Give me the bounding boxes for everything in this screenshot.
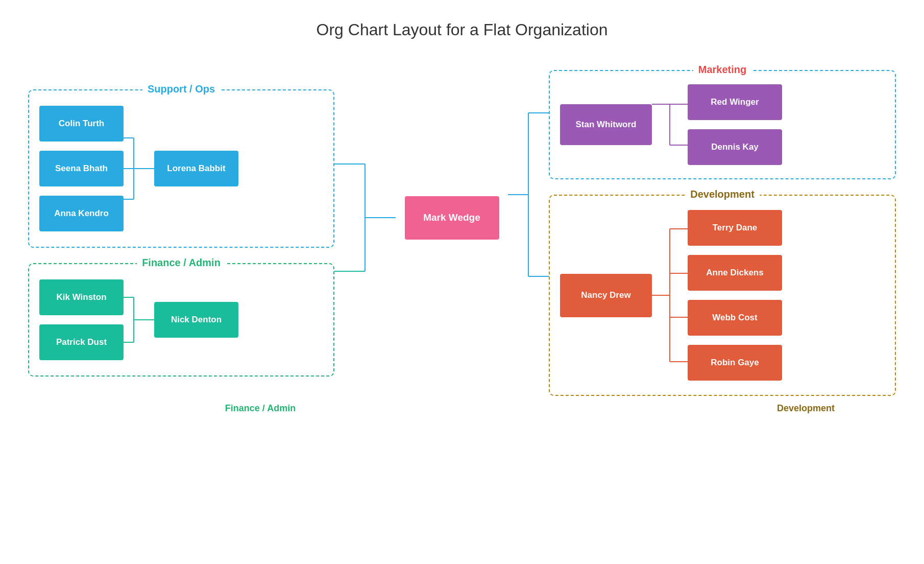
node-red-winger: Red Winger (688, 84, 782, 120)
support-inner-connector (124, 120, 154, 217)
center-section: Mark Wedge (396, 196, 508, 240)
support-right-node: Lorena Babbit (154, 151, 238, 186)
node-robin-gaye: Robin Gaye (688, 345, 782, 381)
marketing-inner-connector (652, 84, 688, 166)
node-nick-denton: Nick Denton (154, 302, 238, 338)
development-right-nodes: Terry Dane Anne Dickens Webb Cost Robin … (688, 210, 782, 381)
node-anne-dickens: Anne Dickens (688, 255, 782, 291)
node-anna-kendro: Anna Kendro (39, 196, 124, 231)
node-lorena-babbit: Lorena Babbit (154, 151, 238, 186)
support-left-nodes: Colin Turth Seena Bhath Anna Kendro (39, 106, 124, 231)
node-dennis-kay: Dennis Kay (688, 129, 782, 165)
node-colin-turth: Colin Turth (39, 106, 124, 142)
node-terry-dane: Terry Dane (688, 210, 782, 246)
node-nancy-drew: Nancy Drew (560, 274, 652, 317)
finance-group-label: Finance / Admin (137, 257, 226, 269)
node-seena-bhath: Seena Bhath (39, 151, 124, 186)
finance-inner-connector (124, 279, 154, 360)
development-bottom-label: Development (777, 403, 835, 414)
node-stan-whitword: Stan Whitword (560, 104, 652, 145)
node-mark-wedge: Mark Wedge (405, 196, 499, 240)
left-section: Support / Ops Colin Turth Seena Bhath An… (28, 89, 334, 377)
support-group: Support / Ops Colin Turth Seena Bhath An… (28, 89, 334, 248)
development-inner: Nancy Drew Terry Dane Anne Dickens Webb … (560, 208, 882, 382)
finance-bottom-label: Finance / Admin (186, 403, 334, 414)
bottom-labels: Finance / Admin Development (28, 403, 896, 414)
finance-group: Finance / Admin Kik Winston Patrick Dust… (28, 263, 334, 377)
support-group-label: Support / Ops (142, 83, 220, 95)
development-inner-connector (652, 208, 688, 382)
node-patrick-dust: Patrick Dust (39, 324, 124, 360)
development-group: Development Nancy Drew Terry Dane Anne D… (549, 195, 896, 396)
page-title: Org Chart Layout for a Flat Organization (317, 20, 608, 39)
finance-left-nodes: Kik Winston Patrick Dust (39, 279, 124, 360)
marketing-right-nodes: Red Winger Dennis Kay (688, 84, 782, 165)
marketing-group: Marketing Stan Whitword Red Winger Denni… (549, 70, 896, 179)
marketing-left-node: Stan Whitword (560, 104, 652, 145)
node-webb-cost: Webb Cost (688, 300, 782, 336)
center-to-right-connector (508, 41, 549, 348)
node-kik-winston: Kik Winston (39, 279, 124, 315)
marketing-group-label: Marketing (693, 64, 751, 76)
development-group-label: Development (685, 189, 760, 200)
finance-right-node: Nick Denton (154, 302, 238, 338)
left-to-center-connector (334, 90, 396, 345)
marketing-inner: Stan Whitword Red Winger Dennis Kay (560, 84, 882, 166)
org-chart: Support / Ops Colin Turth Seena Bhath An… (28, 70, 896, 396)
development-left-node: Nancy Drew (560, 274, 652, 317)
finance-bottom-label-spacer (28, 403, 186, 414)
right-section: Marketing Stan Whitword Red Winger Denni… (549, 70, 896, 396)
